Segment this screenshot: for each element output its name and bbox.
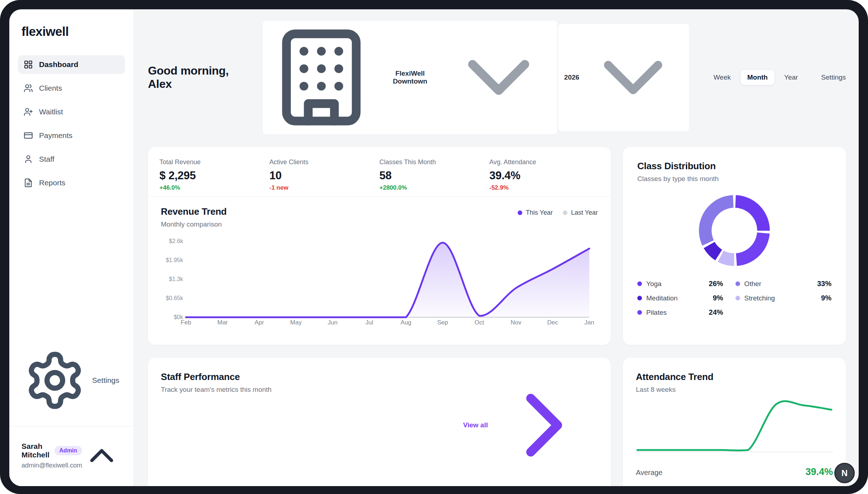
range-tabs: WeekMonthYear — [707, 70, 805, 85]
stat-delta: +46.0% — [159, 184, 269, 191]
legend-item-other: Other33% — [735, 277, 831, 291]
legend-item-this-year: This Year — [518, 209, 553, 217]
class-distribution-legend: Yoga26%Meditation9%Pilates24% Other33%St… — [637, 277, 831, 320]
user-info: Sarah Mitchell Admin admin@flexiwell.com — [21, 442, 82, 469]
attendance-sparkline — [636, 399, 833, 458]
user-profile[interactable]: Sarah Mitchell Admin admin@flexiwell.com — [18, 427, 125, 475]
class-distribution-subtitle: Classes by type this month — [637, 175, 831, 183]
sidebar-item-label: Clients — [39, 84, 62, 92]
svg-text:Apr: Apr — [254, 319, 264, 326]
svg-text:Dec: Dec — [547, 319, 558, 326]
stat-total-revenue: Total Revenue$ 2,295+46.0% — [159, 158, 269, 196]
stat-value: 39.4% — [489, 169, 599, 182]
legend-label: Other — [744, 280, 762, 288]
year-label: 2026 — [564, 73, 579, 81]
legend-item-pilates: Pilates24% — [637, 305, 723, 320]
class-distribution-donut — [696, 192, 773, 269]
app-logo: flexiwell — [18, 24, 125, 39]
user-icon — [24, 155, 33, 164]
building-icon — [269, 25, 374, 130]
sidebar: flexiwell DashboardClientsWaitlistPaymen… — [9, 9, 134, 486]
attendance-trend-title: Attendance Trend — [636, 371, 833, 383]
legend-item-yoga: Yoga26% — [637, 277, 723, 291]
legend-percent: 26% — [709, 280, 723, 288]
revenue-card: Total Revenue$ 2,295+46.0%Active Clients… — [148, 147, 611, 345]
svg-text:Mar: Mar — [217, 319, 228, 326]
class-distribution-card: Class Distribution Classes by type this … — [623, 147, 846, 345]
attendance-trend-subtitle: Last 8 weeks — [636, 386, 833, 394]
chevron-down-icon — [583, 28, 683, 128]
sidebar-item-label: Dashboard — [39, 60, 78, 69]
screenshot-stage: flexiwell DashboardClientsWaitlistPaymen… — [0, 0, 868, 494]
sidebar-nav: DashboardClientsWaitlistPaymentsStaffRep… — [18, 55, 125, 192]
svg-text:$0.65k: $0.65k — [166, 295, 183, 301]
average-row: Average 39.4% — [636, 466, 833, 478]
svg-text:Nov: Nov — [510, 319, 522, 326]
sidebar-bottom: Settings Sarah Mitchell Admin admin@flex… — [18, 345, 125, 475]
view-all-link[interactable]: View all — [463, 371, 598, 479]
gear-icon — [24, 349, 86, 412]
sidebar-settings-label: Settings — [92, 376, 119, 385]
legend-label: Yoga — [646, 280, 662, 288]
legend-dot — [563, 210, 567, 215]
revenue-trend-header: Revenue Trend Monthly comparison This Ye… — [148, 197, 611, 228]
dev-indicator-button[interactable]: N — [834, 463, 855, 483]
stat-value: $ 2,295 — [159, 169, 269, 182]
staff-performance-subtitle: Track your team's metrics this month — [161, 386, 272, 394]
legend-dot — [637, 281, 642, 286]
file-text-icon — [24, 178, 33, 187]
page-greeting: Good morning, Alex — [148, 64, 252, 91]
revenue-trend-title: Revenue Trend — [161, 206, 227, 217]
header-settings-button[interactable]: Settings — [821, 73, 846, 81]
chevron-up-icon[interactable] — [82, 436, 121, 475]
legend-percent: 33% — [817, 280, 831, 288]
legend-dot — [637, 296, 642, 300]
grid-icon — [24, 60, 33, 69]
class-distribution-title: Class Distribution — [637, 161, 831, 172]
svg-text:Jul: Jul — [365, 319, 373, 326]
user-plus-icon — [24, 107, 33, 117]
legend-dot — [735, 296, 740, 300]
window-frame: flexiwell DashboardClientsWaitlistPaymen… — [0, 0, 868, 494]
legend-item-last-year: Last Year — [563, 209, 598, 217]
stat-delta: -52.9% — [489, 184, 599, 191]
legend-percent: 9% — [821, 294, 831, 302]
users-icon — [24, 84, 33, 93]
sidebar-item-dashboard[interactable]: Dashboard — [18, 55, 125, 74]
tab-week[interactable]: Week — [707, 70, 738, 85]
sidebar-item-waitlist[interactable]: Waitlist — [18, 103, 125, 121]
stat-classes-this-month: Classes This Month58+2800.0% — [379, 158, 489, 196]
year-selector[interactable]: 2026 — [558, 23, 690, 132]
sidebar-item-label: Reports — [39, 179, 66, 187]
legend-dot — [518, 210, 522, 215]
sidebar-item-settings[interactable]: Settings — [18, 345, 125, 416]
average-value: 39.4% — [805, 466, 833, 478]
app-window: flexiwell DashboardClientsWaitlistPaymen… — [9, 9, 859, 486]
sidebar-item-staff[interactable]: Staff — [18, 150, 125, 168]
svg-text:$1.3k: $1.3k — [169, 276, 183, 282]
sidebar-item-reports[interactable]: Reports — [18, 174, 125, 192]
svg-text:$2.6k: $2.6k — [169, 238, 183, 244]
stat-delta: +2800.0% — [379, 184, 489, 191]
sidebar-item-label: Staff — [39, 155, 54, 163]
sidebar-item-clients[interactable]: Clients — [18, 79, 125, 98]
stat-label: Total Revenue — [159, 158, 269, 166]
legend-dot — [637, 310, 642, 315]
user-name: Sarah Mitchell — [21, 442, 50, 459]
stat-label: Classes This Month — [379, 158, 489, 166]
stat-value: 10 — [269, 169, 379, 182]
legend-item-stretching: Stretching9% — [735, 291, 831, 305]
location-selector[interactable]: FlexiWell Downtown — [262, 20, 557, 135]
chevron-right-icon — [490, 371, 598, 479]
tab-year[interactable]: Year — [777, 70, 805, 85]
user-email: admin@flexiwell.com — [21, 462, 82, 469]
sidebar-item-label: Waitlist — [39, 108, 63, 116]
staff-performance-card: Staff Performance Track your team's metr… — [148, 358, 611, 486]
tab-month[interactable]: Month — [740, 70, 775, 85]
sidebar-item-payments[interactable]: Payments — [18, 126, 125, 145]
svg-text:Jan: Jan — [584, 319, 594, 326]
legend-percent: 9% — [713, 294, 723, 302]
attendance-trend-card: Attendance Trend Last 8 weeks Average 39… — [623, 358, 846, 486]
credit-card-icon — [24, 131, 33, 140]
sidebar-item-label: Payments — [39, 131, 72, 140]
